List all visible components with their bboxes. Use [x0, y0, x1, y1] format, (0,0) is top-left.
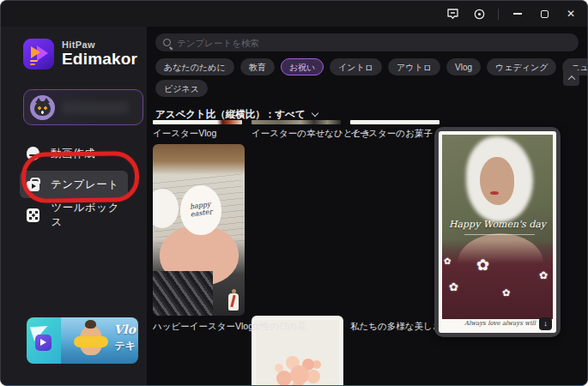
toolbox-icon — [27, 208, 39, 222]
brand-name-bottom: Edimakor — [62, 50, 137, 69]
template-card[interactable] — [252, 120, 341, 124]
chevron-down-icon — [311, 110, 318, 117]
sidebar-item-video-create[interactable]: 動画作成 — [20, 140, 128, 167]
settings-icon[interactable] — [471, 6, 487, 21]
chip-vlog[interactable]: Vlog — [446, 58, 481, 75]
template-subtitle-line — [464, 234, 535, 235]
template-footer-text: Always love always will — [442, 320, 553, 331]
template-preview-image: ✿ ✿ ✿ ✿ ✿ Happy Women's day — [442, 135, 553, 319]
template-card[interactable] — [153, 120, 242, 124]
video-create-icon — [27, 147, 39, 160]
collapse-filters-button[interactable] — [563, 69, 579, 86]
template-label: 私たちの多様な美しさ — [350, 321, 441, 333]
template-label: イースターVlog — [153, 128, 216, 140]
promo-photo: Vlo テキ — [61, 317, 138, 364]
username-redacted — [62, 101, 129, 114]
sidebar-menu: 動画作成 テンプレート ツールボックス — [1, 136, 147, 232]
sidebar-item-templates[interactable]: テンプレート — [20, 171, 128, 198]
template-label: 女性の日の花 — [252, 321, 306, 333]
sidebar-item-toolbox[interactable]: ツールボックス — [20, 202, 128, 229]
download-button[interactable]: ↓ — [539, 317, 552, 330]
search-icon — [163, 39, 171, 46]
titlebar-separator — [498, 9, 499, 20]
category-chips-row1: あなたのために 教育 お祝い イントロ アウトロ Vlog ウェディング ニュー… — [155, 58, 588, 75]
avatar — [30, 95, 55, 120]
template-card-easter-vlog[interactable]: happy easter — [153, 144, 245, 316]
sidebar: HitPaw Edimakor 動画作成 テンプレート ツールボックス — [1, 27, 147, 385]
aspect-ratio-filter[interactable]: アスペクト比（縦横比）：すべて — [155, 108, 318, 121]
template-card[interactable] — [350, 120, 439, 124]
search-input[interactable] — [177, 38, 571, 48]
app-brand: HitPaw Edimakor — [23, 39, 137, 69]
chip-for-you[interactable]: あなたのために — [155, 58, 234, 75]
main-content: あなたのために 教育 お祝い イントロ アウトロ Vlog ウェディング ニュー… — [147, 27, 587, 385]
template-label: ハッピーイースターVlog — [153, 321, 253, 333]
category-chips-row2: ビジネス — [155, 80, 208, 97]
template-card-happy-womens-day-selected[interactable]: ✿ ✿ ✿ ✿ ✿ Happy Women's day Always love … — [434, 127, 561, 337]
app-logo-icon — [23, 39, 54, 69]
chip-wedding[interactable]: ウェディング — [487, 58, 556, 75]
promo-app-icon — [27, 317, 61, 364]
close-button[interactable]: ✕ — [563, 6, 579, 21]
template-title-text: Happy Women's day — [442, 219, 553, 230]
egg-caption: happy easter — [179, 200, 222, 220]
promo-banner[interactable]: Vlo テキ — [27, 317, 138, 364]
chip-celebration[interactable]: お祝い — [281, 58, 324, 75]
chip-intro[interactable]: イントロ — [330, 58, 382, 75]
feedback-icon[interactable] — [445, 6, 460, 21]
chip-business[interactable]: ビジネス — [155, 80, 208, 97]
titlebar: ✕ — [1, 1, 587, 27]
minimize-button[interactable] — [510, 6, 525, 21]
maximize-button[interactable] — [536, 6, 552, 21]
chip-education[interactable]: 教育 — [240, 58, 275, 75]
template-label: イースターのお菓子 — [350, 128, 433, 140]
search-bar — [155, 33, 579, 51]
jesus-sticker — [228, 293, 239, 311]
template-store-icon — [27, 181, 39, 191]
app-window: ✕ HitPaw Edimakor 動画作成 テンプレート — [0, 0, 588, 386]
titlebar-controls: ✕ — [445, 1, 579, 27]
user-profile-card[interactable] — [23, 89, 143, 125]
brand-name-top: HitPaw — [62, 39, 137, 50]
chevron-up-icon — [567, 75, 574, 82]
chip-outro[interactable]: アウトロ — [388, 58, 440, 75]
